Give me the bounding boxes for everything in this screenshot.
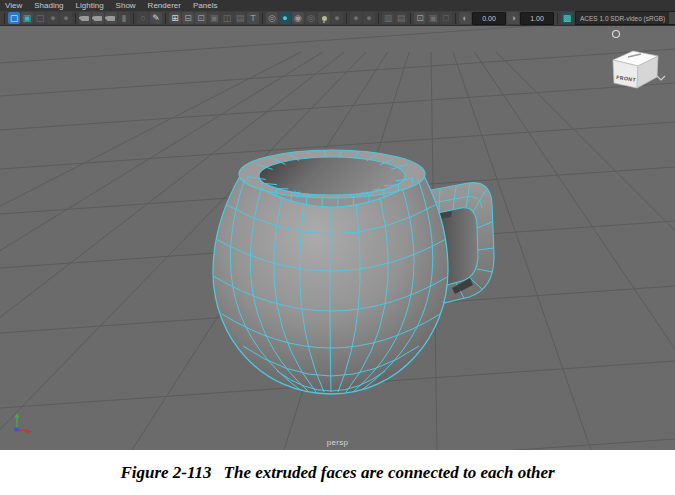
gamma-icon[interactable]: ◑ [507,12,519,24]
figure-caption-text: The extruded faces are connected to each… [224,463,555,482]
isolate-c-icon[interactable]: □ [440,12,452,24]
colorspace-dropdown[interactable]: ACES 1.0 SDR-video (sRGB) ▾ [575,11,675,25]
toolbar-separator [455,13,456,24]
lights-icon[interactable] [318,12,330,24]
toolbar-separator [346,13,347,24]
gamma-field[interactable]: 1.00 [520,12,554,25]
exposure-icon[interactable]: ◐ [459,12,471,24]
viewport-scene: FRONT [0,26,675,450]
toolbar-separator [75,13,76,24]
marker-a-icon[interactable]: ● [47,12,59,24]
viewcube-menu-chevron-icon[interactable] [657,76,665,80]
panel-toolbar: ▢ ▣ ▢ ● ● ▮ ○ ✎ ⊞ ⊟ ⊡ ▣ ◫ ▤ T ◎ ● ◉ ◎ ● … [0,11,675,26]
chevron-down-icon: ▾ [669,12,675,24]
camera-attributes-icon[interactable] [105,12,117,24]
toolbar-separator [4,13,5,24]
camera-lock-icon[interactable] [92,12,104,24]
xray-icon[interactable]: ▥ [382,12,394,24]
shadows-icon[interactable]: ● [331,12,343,24]
bookmark-icon[interactable]: ▮ [118,12,130,24]
grid-line [496,52,675,450]
gate-mask-icon[interactable]: ▣ [208,12,220,24]
panel-menubar: View Shading Lighting Show Renderer Pane… [0,0,675,11]
isolate-select-icon[interactable]: ▣ [21,12,33,24]
lasso-select-icon[interactable]: ▢ [34,12,46,24]
safe-title-text-icon[interactable]: T [247,12,259,24]
camera-name-label: persp [327,438,349,447]
view-transform-checker-icon[interactable]: ▩ [561,12,573,24]
marker-b-icon[interactable]: ● [60,12,72,24]
axis-gizmo [15,413,33,434]
toolbar-separator [165,13,166,24]
menu-view[interactable]: View [5,0,22,11]
menu-lighting[interactable]: Lighting [76,0,104,11]
resolution-gate-icon[interactable]: ⊡ [195,12,207,24]
viewcube-home-icon[interactable] [613,31,620,38]
grease-pencil-icon[interactable]: ✎ [150,12,162,24]
toolbar-separator [378,13,379,24]
isolate-a-icon[interactable]: ⊡ [414,12,426,24]
toolbar-separator [133,13,134,24]
select-camera-icon[interactable]: ▢ [8,12,20,24]
grid-line [0,83,675,130]
colorspace-value: ACES 1.0 SDR-video (sRGB) [576,15,669,22]
wireframe-icon[interactable]: ◎ [266,12,278,24]
menu-show[interactable]: Show [116,0,136,11]
menu-panels[interactable]: Panels [193,0,217,11]
xray-joints-icon[interactable]: ▤ [395,12,407,24]
figure-caption: Figure 2-113The extruded faces are conne… [0,450,675,495]
joint-icon[interactable]: ○ [137,12,149,24]
grid-icon[interactable]: ⊞ [169,12,181,24]
wireframe-on-shaded-icon[interactable]: ◎ [305,12,317,24]
camera-icon[interactable] [79,12,91,24]
menu-shading[interactable]: Shading [34,0,63,11]
z-axis [15,428,19,432]
exposure-field[interactable]: 0.00 [472,12,506,25]
shaded-display-icon[interactable]: ● [279,12,291,24]
view-cube[interactable]: FRONT [613,31,666,89]
safe-action-icon[interactable]: ▤ [234,12,246,24]
figure-number: Figure 2-113 [120,463,211,482]
isolate-b-icon[interactable]: ▣ [427,12,439,24]
toolbar-separator [557,13,558,24]
toolbar-separator [410,13,411,24]
toolbar-separator [262,13,263,24]
occlusion-icon[interactable]: ● [350,12,362,24]
anti-alias-icon[interactable]: ● [363,12,375,24]
grid-line [475,52,675,450]
maya-viewport-panel: View Shading Lighting Show Renderer Pane… [0,0,675,495]
viewport-canvas[interactable]: FRONT persp [0,26,675,450]
mug-body[interactable] [213,150,449,394]
field-chart-icon[interactable]: ◫ [221,12,233,24]
textured-icon[interactable]: ◉ [292,12,304,24]
film-gate-icon[interactable]: ⊟ [182,12,194,24]
menu-renderer[interactable]: Renderer [148,0,181,11]
